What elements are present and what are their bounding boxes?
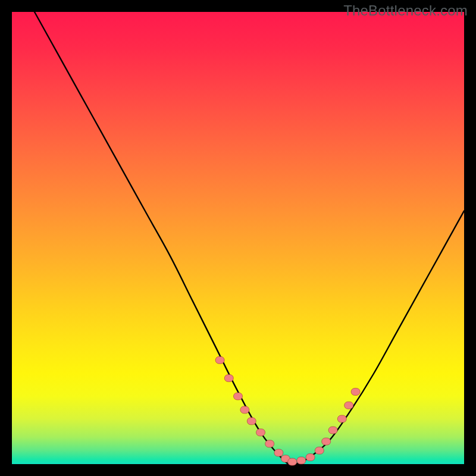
- watermark-text: TheBottleneck.com: [343, 2, 468, 19]
- marker-dot: [315, 447, 324, 454]
- marker-dot: [297, 457, 306, 464]
- marker-dot: [345, 402, 353, 409]
- marker-dot: [234, 393, 243, 400]
- marker-dot: [322, 438, 331, 445]
- marker-dot: [247, 418, 256, 425]
- marker-dot: [288, 458, 297, 465]
- marker-dot: [240, 406, 249, 414]
- chart-svg: [12, 12, 464, 464]
- marker-dot: [351, 388, 360, 395]
- marker-dot: [224, 375, 233, 382]
- bottleneck-curve: [35, 12, 464, 464]
- marker-dot: [265, 440, 274, 447]
- marker-dot: [256, 429, 265, 436]
- gradient-plot-area: [12, 12, 464, 464]
- outer-frame: TheBottleneck.com: [0, 0, 476, 476]
- marker-dot: [337, 415, 346, 422]
- marker-dot: [274, 449, 283, 456]
- marker-dot: [215, 356, 224, 364]
- marker-dot: [306, 454, 315, 461]
- highlight-dots: [215, 356, 360, 465]
- marker-dot: [328, 427, 337, 434]
